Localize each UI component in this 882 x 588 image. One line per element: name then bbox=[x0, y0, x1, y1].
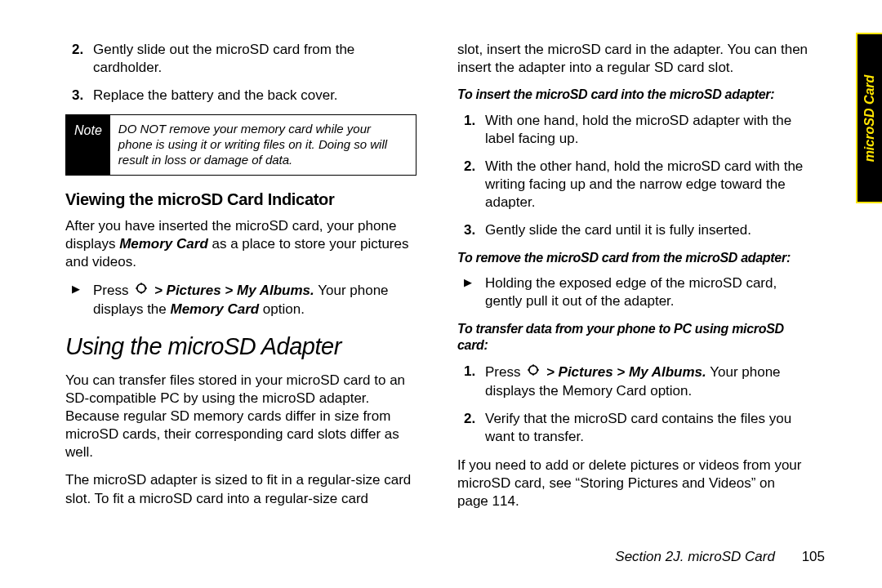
note-body: DO NOT remove your memory card while you… bbox=[110, 115, 416, 174]
insert-step-2: 2. With the other hand, hold the microSD… bbox=[457, 158, 808, 212]
page: microSD Card 2. Gently slide out the mic… bbox=[0, 0, 882, 588]
svg-point-0 bbox=[137, 284, 145, 292]
section-heading-using-adapter: Using the microSD Adapter bbox=[65, 333, 416, 360]
step-number: 3. bbox=[464, 221, 475, 239]
viewing-paragraph: After you have inserted the microSD card… bbox=[65, 217, 416, 271]
step-3: 3. Replace the battery and the back cove… bbox=[65, 87, 416, 105]
procedure-head-remove: To remove the microSD card from the micr… bbox=[457, 250, 808, 267]
remove-bullets: Holding the exposed edge of the microSD … bbox=[457, 274, 808, 310]
subheading-viewing-indicator: Viewing the microSD Card Indicator bbox=[65, 190, 416, 209]
procedure-head-insert: To insert the microSD card into the micr… bbox=[457, 87, 808, 104]
step-number: 3. bbox=[72, 87, 83, 105]
svg-point-8 bbox=[528, 369, 529, 371]
step-number: 2. bbox=[464, 410, 475, 428]
bullet-press-pictures: Press > Pictures > My Albums. Your phone… bbox=[65, 281, 416, 318]
prev-steps-continued: 2. Gently slide out the microSD card fro… bbox=[65, 41, 416, 105]
svg-point-1 bbox=[140, 283, 142, 284]
footer-section: Section 2J. microSD Card bbox=[615, 549, 775, 564]
page-footer: Section 2J. microSD Card 105 bbox=[615, 549, 825, 565]
svg-point-4 bbox=[145, 287, 147, 289]
nav-key-icon bbox=[526, 363, 541, 382]
procedure-head-transfer: To transfer data from your phone to PC u… bbox=[457, 321, 808, 355]
continuation-paragraph: slot, insert the microSD card in the ada… bbox=[457, 41, 808, 77]
step-number: 2. bbox=[464, 158, 475, 176]
transfer-step-1: 1. Press > Pictures > My Albums. Your ph… bbox=[457, 363, 808, 400]
step-text: Verify that the microSD card contains th… bbox=[485, 411, 791, 444]
nav-key-icon bbox=[134, 281, 149, 301]
using-paragraph-2: The microSD adapter is sized to fit in a… bbox=[65, 471, 416, 507]
step-number: 1. bbox=[464, 363, 475, 381]
step-number: 1. bbox=[464, 112, 475, 130]
remove-bullet-1: Holding the exposed edge of the microSD … bbox=[457, 274, 808, 310]
step-text: With one hand, hold the microSD adapter … bbox=[485, 113, 791, 146]
svg-point-3 bbox=[136, 287, 137, 289]
side-tab-label: microSD Card bbox=[862, 74, 877, 162]
note-box: Note DO NOT remove your memory card whil… bbox=[65, 114, 416, 175]
note-label: Note bbox=[66, 115, 110, 174]
columns: 2. Gently slide out the microSD card fro… bbox=[65, 41, 833, 520]
using-paragraph-1: You can transfer files stored in your mi… bbox=[65, 372, 416, 461]
insert-steps: 1. With one hand, hold the microSD adapt… bbox=[457, 112, 808, 240]
svg-point-5 bbox=[529, 366, 537, 374]
bullet-text: Holding the exposed edge of the microSD … bbox=[485, 275, 777, 309]
svg-point-6 bbox=[532, 364, 534, 366]
insert-step-1: 1. With one hand, hold the microSD adapt… bbox=[457, 112, 808, 148]
side-tab: microSD Card bbox=[856, 33, 882, 203]
step-number: 2. bbox=[72, 41, 83, 59]
step-2: 2. Gently slide out the microSD card fro… bbox=[65, 41, 416, 77]
svg-point-9 bbox=[537, 369, 539, 371]
left-column: 2. Gently slide out the microSD card fro… bbox=[65, 41, 416, 520]
viewing-bullets: Press > Pictures > My Albums. Your phone… bbox=[65, 281, 416, 318]
step-text: With the other hand, hold the microSD ca… bbox=[485, 158, 803, 210]
svg-point-7 bbox=[532, 374, 534, 376]
footer-page-number: 105 bbox=[802, 549, 825, 564]
closing-paragraph: If you need to add or delete pictures or… bbox=[457, 457, 808, 510]
step-text: Gently slide the card until it is fully … bbox=[485, 222, 751, 238]
transfer-step-2: 2. Verify that the microSD card contains… bbox=[457, 410, 808, 446]
right-column: slot, insert the microSD card in the ada… bbox=[457, 41, 833, 520]
step-text: Replace the battery and the back cover. bbox=[93, 87, 338, 103]
transfer-steps: 1. Press > Pictures > My Albums. Your ph… bbox=[457, 363, 808, 446]
step-text: Gently slide out the microSD card from t… bbox=[93, 42, 354, 75]
svg-point-2 bbox=[140, 292, 142, 293]
insert-step-3: 3. Gently slide the card until it is ful… bbox=[457, 221, 808, 239]
